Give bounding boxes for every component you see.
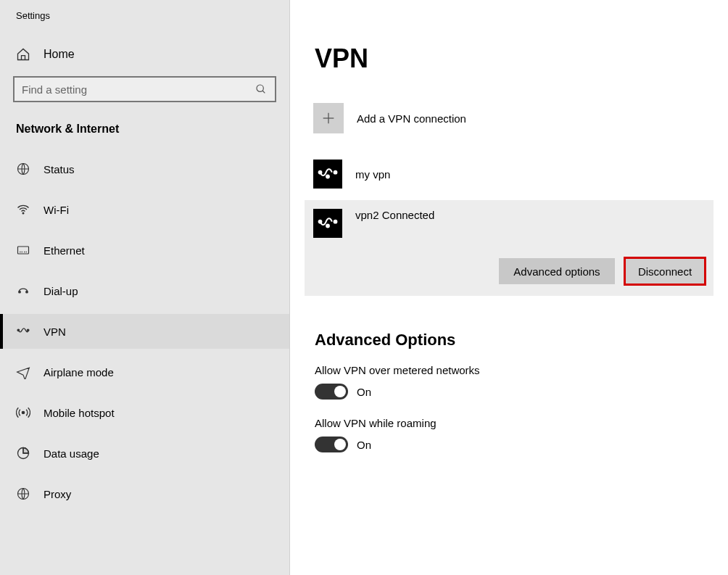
toggle-metered-state: On	[357, 386, 371, 398]
settings-sidebar: Settings Home Network & Internet	[0, 0, 290, 575]
sidebar-home[interactable]: Home	[0, 37, 289, 72]
sidebar-item-label: Status	[44, 163, 75, 175]
sidebar-item-label: Ethernet	[44, 244, 85, 257]
advanced-options-header: Advanced Options	[305, 331, 713, 349]
sidebar-item-label: Airplane mode	[44, 366, 114, 378]
sidebar-item-dialup[interactable]: Dial-up	[0, 273, 289, 308]
sidebar-item-airplane[interactable]: Airplane mode	[0, 355, 289, 389]
sidebar-item-datausage[interactable]: Data usage	[0, 436, 289, 471]
svg-point-15	[334, 171, 337, 174]
vpn-icon	[16, 324, 30, 339]
sidebar-item-label: Data usage	[44, 447, 99, 460]
vpn-entry-name: vpn2	[355, 209, 379, 221]
svg-point-14	[319, 171, 322, 174]
svg-point-8	[27, 329, 28, 331]
search-icon	[255, 83, 268, 96]
home-label: Home	[44, 48, 75, 61]
toggle-roaming-block: Allow VPN while roaming On	[305, 417, 713, 452]
svg-point-17	[319, 220, 322, 223]
svg-line-1	[262, 91, 265, 93]
category-header: Network & Internet	[0, 109, 289, 146]
svg-point-6	[26, 291, 28, 293]
plus-icon	[313, 103, 344, 133]
sidebar-item-ethernet[interactable]: Ethernet	[0, 233, 289, 268]
svg-point-9	[22, 411, 24, 413]
svg-point-16	[326, 175, 329, 178]
svg-point-5	[19, 291, 21, 293]
add-vpn-connection[interactable]: Add a VPN connection	[305, 97, 713, 139]
search-container	[0, 72, 289, 109]
sidebar-item-label: Wi-Fi	[44, 204, 69, 216]
main-content: VPN Add a VPN connection my vpn	[290, 0, 728, 575]
vpn-tile-icon	[313, 160, 342, 189]
sidebar-item-proxy[interactable]: Proxy	[0, 476, 289, 511]
add-vpn-label: Add a VPN connection	[357, 112, 466, 125]
disconnect-button[interactable]: Disconnect	[625, 258, 705, 284]
sidebar-item-label: Dial-up	[44, 285, 78, 297]
vpn-entry-name: my vpn	[355, 168, 390, 181]
svg-point-0	[257, 85, 263, 91]
search-box[interactable]	[13, 76, 276, 102]
airplane-icon	[16, 365, 30, 379]
window-title: Settings	[0, 9, 289, 37]
toggle-roaming[interactable]	[315, 437, 348, 452]
search-input[interactable]	[22, 83, 255, 96]
svg-point-3	[22, 212, 24, 214]
sidebar-item-label: Proxy	[44, 488, 71, 500]
vpn-tile-icon	[313, 209, 342, 238]
sidebar-item-wifi[interactable]: Wi-Fi	[0, 192, 289, 227]
sidebar-item-status[interactable]: Status	[0, 152, 289, 186]
toggle-metered-label: Allow VPN over metered networks	[315, 364, 713, 376]
ethernet-icon	[16, 243, 30, 257]
toggle-metered[interactable]	[315, 384, 348, 400]
svg-point-18	[334, 220, 337, 223]
sidebar-item-vpn[interactable]: VPN	[0, 314, 289, 349]
vpn-entry-status: Connected	[382, 209, 435, 221]
hotspot-icon	[16, 405, 30, 420]
toggle-roaming-state: On	[357, 439, 371, 451]
globe-icon	[16, 162, 30, 176]
sidebar-item-label: Mobile hotspot	[44, 407, 115, 419]
sidebar-item-hotspot[interactable]: Mobile hotspot	[0, 395, 289, 430]
data-usage-icon	[16, 446, 30, 460]
svg-point-7	[17, 329, 20, 331]
wifi-icon	[16, 202, 30, 217]
sidebar-item-label: VPN	[44, 326, 66, 338]
svg-point-19	[326, 225, 329, 228]
proxy-icon	[16, 487, 30, 501]
vpn-entry-vpn2-selected[interactable]: vpn2 Connected Advanced options Disconne…	[305, 200, 713, 296]
dialup-icon	[16, 284, 30, 298]
advanced-options-button[interactable]: Advanced options	[499, 258, 615, 284]
svg-rect-4	[18, 247, 29, 254]
vpn-entry-myvpn[interactable]: my vpn	[305, 154, 713, 194]
toggle-roaming-label: Allow VPN while roaming	[315, 417, 713, 429]
page-title: VPN	[305, 44, 713, 74]
toggle-metered-block: Allow VPN over metered networks On	[305, 364, 713, 400]
home-icon	[16, 47, 30, 62]
